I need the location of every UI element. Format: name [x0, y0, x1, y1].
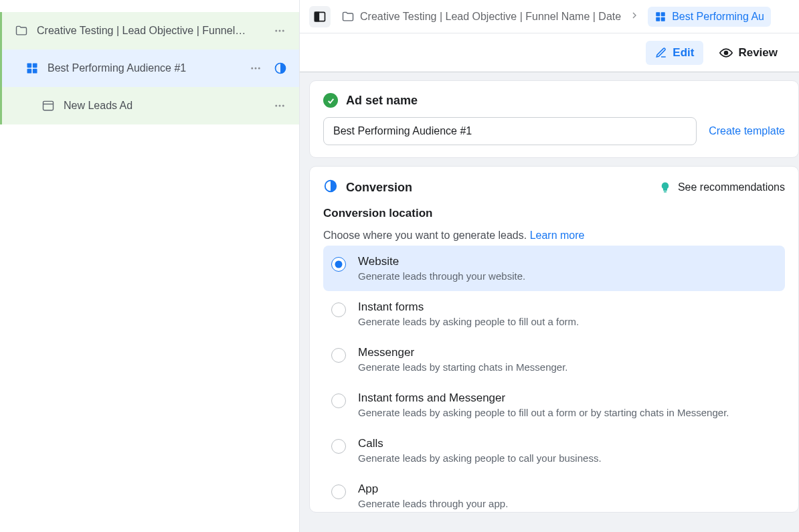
conversion-helper: Choose where you want to generate leads.…: [323, 230, 785, 242]
svg-rect-21: [661, 17, 665, 21]
option-desc: Generate leads by asking people to fill …: [358, 407, 729, 418]
option-desc: Generate leads through your app.: [358, 498, 508, 509]
option-title: Calls: [358, 437, 602, 450]
option-app[interactable]: App Generate leads through your app.: [323, 473, 785, 512]
tab-edit[interactable]: Edit: [646, 41, 703, 65]
svg-point-13: [275, 105, 277, 107]
tree-item-label: New Leads Ad: [64, 100, 272, 112]
conversion-options: Website Generate leads through your webs…: [323, 246, 785, 512]
ad-icon: [41, 98, 56, 113]
content: Ad set name Create template Conversion S…: [300, 72, 799, 513]
option-title: App: [358, 482, 508, 496]
tab-edit-label: Edit: [673, 46, 694, 60]
campaign-tree: Creative Testing | Lead Objective | Funn…: [0, 0, 299, 124]
adset-name-input[interactable]: [323, 117, 697, 145]
option-desc: Generate leads by starting chats in Mess…: [358, 361, 568, 373]
radio-icon: [331, 484, 346, 499]
option-title: Instant forms: [358, 300, 579, 314]
adset-icon: [25, 61, 39, 76]
half-circle-icon: [323, 179, 338, 196]
create-template-link[interactable]: Create template: [709, 125, 785, 137]
radio-icon: [331, 302, 346, 317]
more-icon[interactable]: [272, 98, 287, 113]
option-desc: Generate leads through your website.: [358, 270, 525, 282]
sidebar: Creative Testing | Lead Objective | Funn…: [0, 0, 300, 532]
lightbulb-icon: [659, 181, 671, 193]
option-instant-forms[interactable]: Instant forms Generate leads by asking p…: [323, 291, 785, 337]
svg-point-2: [282, 30, 284, 32]
breadcrumb-adset-label: Best Performing Au: [672, 11, 764, 23]
main-panel: Creative Testing | Lead Objective | Funn…: [300, 0, 799, 532]
svg-rect-24: [664, 191, 667, 193]
option-title: Instant forms and Messenger: [358, 391, 729, 405]
option-desc: Generate leads by asking people to fill …: [358, 316, 579, 327]
svg-point-8: [255, 68, 257, 70]
svg-rect-5: [27, 69, 32, 74]
tree-item-label: Creative Testing | Lead Objective | Funn…: [37, 25, 272, 37]
check-circle-icon: [323, 93, 338, 108]
option-calls[interactable]: Calls Generate leads by asking people to…: [323, 428, 785, 473]
option-messenger[interactable]: Messenger Generate leads by starting cha…: [323, 337, 785, 382]
conversion-card: Conversion See recommendations Conversio…: [309, 166, 799, 513]
svg-rect-11: [43, 101, 54, 110]
adset-name-card: Ad set name Create template: [309, 80, 799, 158]
pencil-icon: [655, 47, 667, 59]
see-recommendations[interactable]: See recommendations: [659, 181, 785, 193]
breadcrumb: Creative Testing | Lead Objective | Funn…: [341, 7, 790, 27]
radio-icon: [331, 439, 346, 454]
more-icon[interactable]: [248, 61, 263, 76]
svg-rect-6: [33, 69, 37, 74]
conversion-location-title: Conversion location: [323, 207, 785, 220]
svg-point-1: [279, 30, 281, 32]
svg-rect-4: [33, 64, 37, 68]
more-icon[interactable]: [272, 23, 287, 38]
tabs-row: Edit Review: [300, 33, 799, 72]
svg-point-9: [258, 68, 260, 70]
breadcrumb-campaign-label: Creative Testing | Lead Objective | Funn…: [360, 11, 621, 23]
learn-more-link[interactable]: Learn more: [530, 230, 585, 241]
folder-icon: [14, 23, 29, 38]
svg-point-14: [279, 105, 281, 107]
tree-item-label: Best Performing Audience #1: [48, 62, 248, 74]
eye-icon: [719, 46, 733, 60]
svg-rect-20: [656, 17, 660, 21]
svg-point-15: [282, 105, 284, 107]
topbar: Creative Testing | Lead Objective | Funn…: [300, 0, 799, 33]
option-website[interactable]: Website Generate leads through your webs…: [323, 246, 785, 291]
tab-review[interactable]: Review: [710, 41, 787, 65]
option-title: Website: [358, 255, 525, 268]
svg-point-7: [251, 68, 253, 70]
breadcrumb-campaign[interactable]: Creative Testing | Lead Objective | Funn…: [341, 10, 621, 23]
option-instant-forms-messenger[interactable]: Instant forms and Messenger Generate lea…: [323, 382, 785, 428]
adset-icon: [654, 11, 667, 23]
radio-icon: [331, 348, 346, 363]
svg-rect-3: [27, 64, 32, 68]
radio-icon: [331, 257, 346, 272]
option-desc: Generate leads by asking people to call …: [358, 452, 602, 464]
half-circle-icon[interactable]: [274, 62, 287, 75]
breadcrumb-adset[interactable]: Best Performing Au: [648, 7, 771, 27]
folder-icon: [341, 10, 355, 23]
tab-review-label: Review: [738, 46, 778, 60]
tree-item-adset[interactable]: Best Performing Audience #1: [0, 50, 299, 87]
svg-rect-17: [315, 12, 319, 21]
conversion-title: Conversion: [346, 181, 412, 195]
tree-item-ad[interactable]: New Leads Ad: [0, 87, 299, 124]
chevron-right-icon: [629, 10, 640, 23]
svg-rect-18: [656, 12, 660, 16]
tree-item-campaign[interactable]: Creative Testing | Lead Objective | Funn…: [0, 12, 299, 50]
panel-toggle-icon[interactable]: [309, 6, 331, 27]
option-title: Messenger: [358, 346, 568, 359]
svg-point-22: [725, 51, 728, 54]
svg-rect-19: [661, 12, 665, 16]
adset-name-title: Ad set name: [346, 94, 418, 108]
svg-point-0: [275, 30, 277, 32]
radio-icon: [331, 393, 346, 408]
see-recommendations-label: See recommendations: [678, 181, 785, 193]
